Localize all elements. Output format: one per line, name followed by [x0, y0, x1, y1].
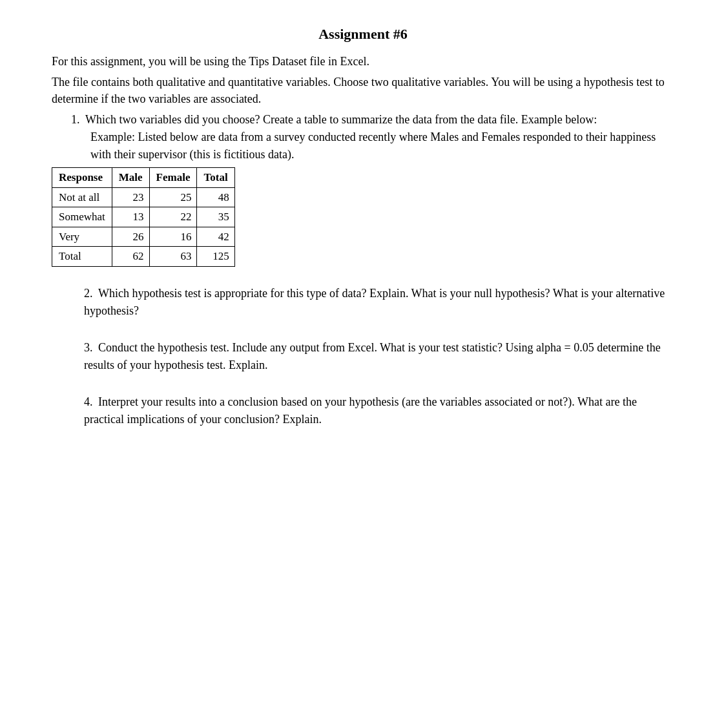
row4-total: 125 — [197, 247, 234, 267]
q4-text: Interpret your results into a conclusion… — [84, 395, 637, 426]
col-male: Male — [112, 168, 149, 188]
row3-female: 16 — [149, 227, 197, 247]
question-2: 2. Which hypothesis test is appropriate … — [84, 285, 674, 320]
row1-total: 48 — [197, 187, 234, 207]
row3-total: 42 — [197, 227, 234, 247]
table-row: Somewhat 13 22 35 — [52, 207, 235, 227]
table-row: Not at all 23 25 48 — [52, 187, 235, 207]
intro-line-1: For this assignment, you will be using t… — [52, 53, 674, 70]
col-total: Total — [197, 168, 234, 188]
intro-line-2: The file contains both qualitative and q… — [52, 74, 674, 107]
q1-example-intro: Example: Listed below are data from a su… — [90, 129, 674, 163]
row2-female: 22 — [149, 207, 197, 227]
question-4: 4. Interpret your results into a conclus… — [84, 393, 674, 428]
page-title: Assignment #6 — [52, 26, 674, 43]
row1-response: Not at all — [52, 187, 112, 207]
row2-response: Somewhat — [52, 207, 112, 227]
table-row: Very 26 16 42 — [52, 227, 235, 247]
q1-text: Which two variables did you choose? Crea… — [85, 113, 597, 126]
q1-text-block: 1. Which two variables did you choose? C… — [71, 111, 674, 129]
question-3: 3. Conduct the hypothesis test. Include … — [84, 339, 674, 374]
col-response: Response — [52, 168, 112, 188]
q3-text: Conduct the hypothesis test. Include any… — [84, 341, 661, 371]
row2-male: 13 — [112, 207, 149, 227]
q3-label: 3. — [84, 341, 93, 354]
row4-female: 63 — [149, 247, 197, 267]
q2-label: 2. — [84, 287, 93, 300]
table-header-row: Response Male Female Total — [52, 168, 235, 188]
row3-response: Very — [52, 227, 112, 247]
row1-female: 25 — [149, 187, 197, 207]
q2-text: Which hypothesis test is appropriate for… — [84, 287, 665, 317]
q1-label: 1. — [71, 113, 80, 126]
row1-male: 23 — [112, 187, 149, 207]
question-list: 1. Which two variables did you choose? C… — [52, 111, 674, 428]
row4-response: Total — [52, 247, 112, 267]
happiness-table: Response Male Female Total Not at all 23… — [52, 167, 235, 267]
row2-total: 35 — [197, 207, 234, 227]
q1-table-container: Response Male Female Total Not at all 23… — [52, 167, 674, 267]
table-row: Total 62 63 125 — [52, 247, 235, 267]
row4-male: 62 — [112, 247, 149, 267]
question-1: 1. Which two variables did you choose? C… — [52, 111, 674, 267]
q4-label: 4. — [84, 395, 93, 408]
col-female: Female — [149, 168, 197, 188]
row3-male: 26 — [112, 227, 149, 247]
